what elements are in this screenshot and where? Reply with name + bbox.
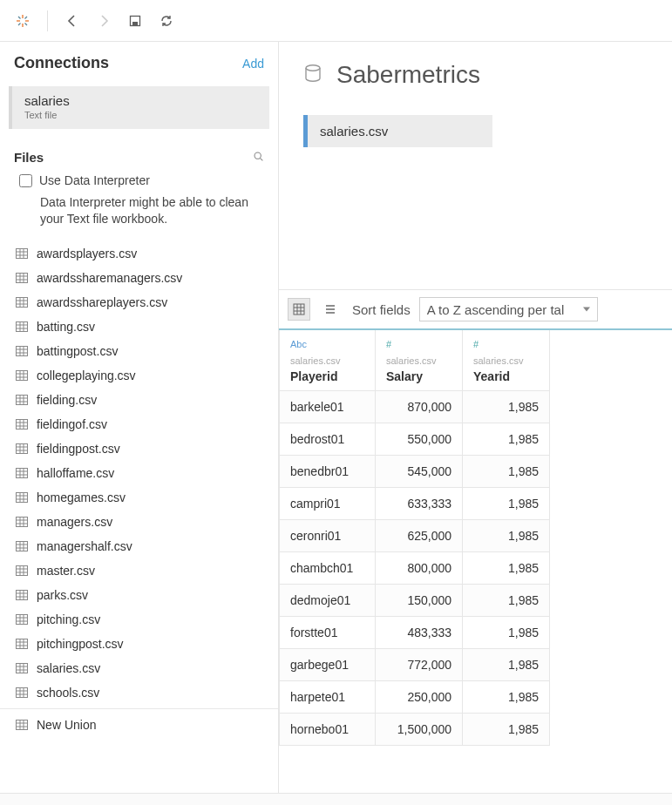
column-header[interactable]: #salaries.csvSalary (376, 330, 463, 391)
files-list[interactable]: awardsplayers.csvawardssharemanagers.csv… (0, 236, 278, 793)
table-cell: 1,985 (463, 617, 550, 649)
column-header[interactable]: #salaries.csvYearid (463, 330, 550, 391)
table-cell: garbege01 (280, 649, 376, 681)
file-item[interactable]: awardssharemanagers.csv (0, 266, 278, 290)
svg-rect-32 (17, 346, 28, 355)
table-cell: 1,985 (463, 681, 550, 714)
table-cell: 483,333 (376, 617, 463, 649)
add-connection-link[interactable]: Add (242, 57, 264, 71)
svg-rect-67 (17, 517, 28, 526)
files-heading: Files (14, 150, 44, 165)
table-row[interactable]: forstte01483,3331,985 (280, 617, 550, 649)
search-files-icon[interactable] (253, 151, 264, 165)
list-view-icon[interactable] (319, 298, 342, 321)
table-cell: 250,000 (376, 681, 463, 714)
file-item[interactable]: battingpost.csv (0, 339, 278, 363)
table-row[interactable]: campri01633,3331,985 (280, 488, 550, 520)
file-item[interactable]: fieldingof.csv (0, 412, 278, 436)
sort-fields-select[interactable]: A to Z ascending per tal (419, 297, 598, 321)
back-icon[interactable] (60, 9, 85, 33)
interpreter-hint: Data Interpreter might be able to clean … (40, 194, 264, 227)
file-item-label: homegames.csv (37, 490, 126, 504)
file-item-label: managershalf.csv (37, 539, 132, 553)
file-item-label: pitching.csv (37, 612, 100, 626)
connection-card[interactable]: salaries Text file (9, 86, 269, 129)
table-row[interactable]: barkele01870,0001,985 (280, 391, 550, 423)
table-cell: 1,985 (463, 585, 550, 617)
new-union-button[interactable]: New Union (0, 708, 278, 737)
table-cell: hornebo01 (280, 714, 376, 746)
table-pill[interactable]: salaries.csv (303, 115, 492, 147)
table-cell: 772,000 (376, 649, 463, 681)
file-item-label: pitchingpost.csv (37, 637, 124, 651)
file-item[interactable]: awardsplayers.csv (0, 241, 278, 266)
table-cell: 1,985 (463, 520, 550, 552)
interpreter-checkbox-label: Use Data Interpreter (39, 173, 150, 187)
svg-rect-52 (17, 443, 28, 453)
file-item-label: schools.csv (37, 686, 99, 700)
svg-line-7 (18, 23, 21, 25)
save-icon[interactable] (123, 9, 147, 33)
use-data-interpreter-checkbox[interactable]: Use Data Interpreter (19, 173, 264, 187)
tableau-logo-icon[interactable] (10, 9, 35, 33)
file-item[interactable]: collegeplaying.csv (0, 363, 278, 388)
file-item[interactable]: pitching.csv (0, 607, 278, 632)
file-item[interactable]: fielding.csv (0, 388, 278, 412)
table-cell: 1,985 (463, 649, 550, 681)
file-item[interactable]: schools.csv (0, 680, 278, 705)
svg-line-6 (25, 17, 28, 19)
table-cell: 800,000 (376, 552, 463, 585)
file-item[interactable]: batting.csv (0, 315, 278, 339)
file-item[interactable]: salaries.csv (0, 656, 278, 680)
file-item-label: battingpost.csv (37, 344, 118, 358)
svg-line-4 (18, 17, 21, 19)
svg-rect-107 (17, 720, 28, 729)
table-row[interactable]: chambch01800,0001,985 (280, 552, 550, 585)
refresh-icon[interactable] (154, 9, 179, 33)
connections-sidebar: Connections Add salaries Text file Files… (0, 42, 279, 793)
file-item[interactable]: halloffame.csv (0, 461, 278, 485)
table-row[interactable]: ceronri01625,0001,985 (280, 520, 550, 552)
file-item[interactable]: managershalf.csv (0, 534, 278, 558)
table-cell: 1,500,000 (376, 714, 463, 746)
table-cell: 1,985 (463, 714, 550, 746)
svg-rect-97 (17, 663, 28, 673)
file-item-label: batting.csv (37, 320, 95, 334)
svg-rect-92 (17, 639, 28, 648)
table-cell: campri01 (280, 488, 376, 520)
connection-name: salaries (24, 93, 257, 108)
interpreter-checkbox-input[interactable] (19, 174, 32, 187)
table-row[interactable]: garbege01772,0001,985 (280, 649, 550, 681)
file-item[interactable]: master.csv (0, 558, 278, 583)
datasource-title[interactable]: Sabermetrics (336, 61, 480, 89)
file-item-label: fielding.csv (37, 393, 97, 407)
table-row[interactable]: hornebo011,500,0001,985 (280, 714, 550, 746)
svg-point-112 (306, 64, 320, 70)
table-row[interactable]: benedbr01545,0001,985 (280, 456, 550, 488)
svg-line-11 (261, 158, 263, 160)
svg-rect-12 (17, 248, 28, 258)
grid-view-icon[interactable] (288, 298, 310, 321)
file-item-label: halloffame.csv (37, 466, 114, 480)
forward-icon (92, 9, 116, 33)
file-item[interactable]: managers.csv (0, 510, 278, 534)
file-item[interactable]: parks.csv (0, 583, 278, 607)
table-cell: dedmoje01 (280, 585, 376, 617)
data-canvas: Sabermetrics salaries.csv Sort fields A … (279, 42, 672, 793)
bottom-tab-strip[interactable] (0, 793, 672, 805)
file-item[interactable]: pitchingpost.csv (0, 632, 278, 656)
table-cell: chambch01 (280, 552, 376, 585)
sort-fields-value: A to Z ascending per tal (427, 302, 565, 317)
file-item[interactable]: awardsshareplayers.csv (0, 290, 278, 315)
file-item[interactable]: fieldingpost.csv (0, 436, 278, 461)
datasource-icon (303, 64, 322, 87)
table-row[interactable]: harpete01250,0001,985 (280, 681, 550, 714)
data-grid[interactable]: Abcsalaries.csvPlayerid#salaries.csvSala… (279, 328, 672, 793)
file-item[interactable]: homegames.csv (0, 485, 278, 510)
join-area[interactable]: salaries.csv (279, 115, 672, 289)
table-row[interactable]: bedrost01550,0001,985 (280, 423, 550, 456)
svg-line-5 (25, 23, 28, 25)
table-cell: benedbr01 (280, 456, 376, 488)
table-row[interactable]: dedmoje01150,0001,985 (280, 585, 550, 617)
column-header[interactable]: Abcsalaries.csvPlayerid (280, 330, 376, 391)
